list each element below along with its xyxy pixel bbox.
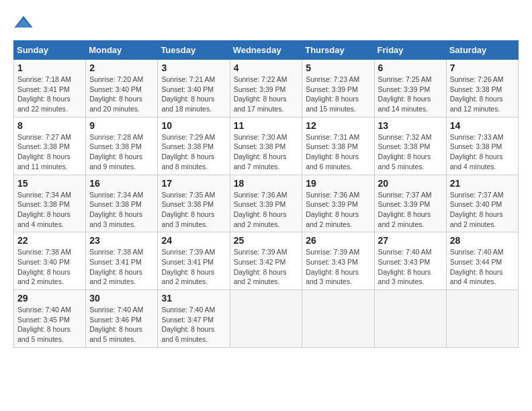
day-number: 27 (378, 235, 443, 246)
day-info: Sunrise: 7:36 AMSunset: 3:39 PMDaylight:… (306, 190, 370, 230)
week-row-2: 8Sunrise: 7:27 AMSunset: 3:38 PMDaylight… (14, 117, 519, 175)
day-cell: 26Sunrise: 7:39 AMSunset: 3:43 PMDayligh… (302, 232, 374, 290)
day-cell: 22Sunrise: 7:38 AMSunset: 3:40 PMDayligh… (14, 232, 86, 290)
day-number: 4 (234, 62, 299, 73)
day-info: Sunrise: 7:34 AMSunset: 3:38 PMDaylight:… (17, 190, 82, 230)
day-cell: 24Sunrise: 7:39 AMSunset: 3:41 PMDayligh… (158, 232, 230, 290)
day-number: 19 (306, 178, 370, 189)
day-info: Sunrise: 7:37 AMSunset: 3:39 PMDaylight:… (378, 190, 443, 230)
day-info: Sunrise: 7:38 AMSunset: 3:41 PMDaylight:… (89, 247, 154, 287)
day-number: 26 (306, 235, 370, 246)
day-info: Sunrise: 7:31 AMSunset: 3:38 PMDaylight:… (306, 132, 370, 172)
day-header-monday: Monday (86, 41, 158, 60)
day-cell: 6Sunrise: 7:25 AMSunset: 3:39 PMDaylight… (374, 60, 446, 118)
day-header-tuesday: Tuesday (158, 41, 230, 60)
day-info: Sunrise: 7:34 AMSunset: 3:38 PMDaylight:… (89, 190, 154, 230)
day-cell: 25Sunrise: 7:39 AMSunset: 3:42 PMDayligh… (230, 232, 302, 290)
day-info: Sunrise: 7:39 AMSunset: 3:41 PMDaylight:… (161, 247, 226, 287)
calendar-table: SundayMondayTuesdayWednesdayThursdayFrid… (13, 40, 519, 348)
day-number: 14 (450, 120, 515, 131)
day-header-wednesday: Wednesday (230, 41, 302, 60)
week-row-4: 22Sunrise: 7:38 AMSunset: 3:40 PMDayligh… (14, 232, 519, 290)
logo-icon (13, 13, 34, 34)
day-info: Sunrise: 7:36 AMSunset: 3:39 PMDaylight:… (234, 190, 299, 230)
day-header-thursday: Thursday (302, 41, 374, 60)
day-info: Sunrise: 7:33 AMSunset: 3:38 PMDaylight:… (450, 132, 515, 172)
day-info: Sunrise: 7:40 AMSunset: 3:44 PMDaylight:… (450, 247, 515, 287)
day-info: Sunrise: 7:20 AMSunset: 3:40 PMDaylight:… (89, 75, 154, 114)
day-cell: 4Sunrise: 7:22 AMSunset: 3:39 PMDaylight… (230, 60, 302, 118)
day-number: 22 (17, 235, 82, 246)
day-cell (446, 290, 518, 348)
week-row-5: 29Sunrise: 7:40 AMSunset: 3:45 PMDayligh… (14, 290, 519, 348)
day-number: 15 (17, 178, 82, 189)
day-info: Sunrise: 7:29 AMSunset: 3:38 PMDaylight:… (161, 132, 226, 172)
day-info: Sunrise: 7:23 AMSunset: 3:39 PMDaylight:… (306, 75, 370, 114)
day-number: 9 (89, 120, 154, 131)
day-info: Sunrise: 7:30 AMSunset: 3:38 PMDaylight:… (234, 132, 299, 172)
day-number: 11 (234, 120, 299, 131)
day-info: Sunrise: 7:38 AMSunset: 3:40 PMDaylight:… (17, 247, 82, 287)
day-info: Sunrise: 7:37 AMSunset: 3:40 PMDaylight:… (450, 190, 515, 230)
day-header-friday: Friday (374, 41, 446, 60)
day-header-saturday: Saturday (446, 41, 518, 60)
logo (13, 13, 36, 34)
day-number: 5 (306, 62, 370, 73)
day-number: 24 (161, 235, 226, 246)
day-cell: 12Sunrise: 7:31 AMSunset: 3:38 PMDayligh… (302, 117, 374, 175)
calendar-body: 1Sunrise: 7:18 AMSunset: 3:41 PMDaylight… (14, 60, 519, 348)
day-cell: 5Sunrise: 7:23 AMSunset: 3:39 PMDaylight… (302, 60, 374, 118)
day-cell: 8Sunrise: 7:27 AMSunset: 3:38 PMDaylight… (14, 117, 86, 175)
day-number: 1 (17, 62, 82, 73)
day-info: Sunrise: 7:27 AMSunset: 3:38 PMDaylight:… (17, 132, 82, 172)
day-cell: 27Sunrise: 7:40 AMSunset: 3:43 PMDayligh… (374, 232, 446, 290)
day-info: Sunrise: 7:40 AMSunset: 3:47 PMDaylight:… (161, 305, 226, 345)
day-cell: 2Sunrise: 7:20 AMSunset: 3:40 PMDaylight… (86, 60, 158, 118)
day-info: Sunrise: 7:39 AMSunset: 3:42 PMDaylight:… (234, 247, 299, 287)
calendar-header: SundayMondayTuesdayWednesdayThursdayFrid… (14, 41, 519, 60)
day-number: 3 (161, 62, 226, 73)
day-cell: 20Sunrise: 7:37 AMSunset: 3:39 PMDayligh… (374, 175, 446, 232)
day-number: 29 (17, 293, 82, 304)
page-header (13, 13, 519, 34)
day-cell: 11Sunrise: 7:30 AMSunset: 3:38 PMDayligh… (230, 117, 302, 175)
day-cell: 16Sunrise: 7:34 AMSunset: 3:38 PMDayligh… (86, 175, 158, 232)
day-number: 13 (378, 120, 443, 131)
day-number: 8 (17, 120, 82, 131)
day-info: Sunrise: 7:22 AMSunset: 3:39 PMDaylight:… (234, 75, 299, 114)
day-info: Sunrise: 7:40 AMSunset: 3:45 PMDaylight:… (17, 305, 82, 345)
day-cell (374, 290, 446, 348)
day-number: 28 (450, 235, 515, 246)
week-row-1: 1Sunrise: 7:18 AMSunset: 3:41 PMDaylight… (14, 60, 519, 118)
day-cell: 19Sunrise: 7:36 AMSunset: 3:39 PMDayligh… (302, 175, 374, 232)
day-cell: 21Sunrise: 7:37 AMSunset: 3:40 PMDayligh… (446, 175, 518, 232)
day-number: 20 (378, 178, 443, 189)
day-cell: 13Sunrise: 7:32 AMSunset: 3:38 PMDayligh… (374, 117, 446, 175)
day-number: 6 (378, 62, 443, 73)
day-number: 30 (89, 293, 154, 304)
day-info: Sunrise: 7:28 AMSunset: 3:38 PMDaylight:… (89, 132, 154, 172)
day-number: 12 (306, 120, 370, 131)
day-cell: 3Sunrise: 7:21 AMSunset: 3:40 PMDaylight… (158, 60, 230, 118)
day-cell: 23Sunrise: 7:38 AMSunset: 3:41 PMDayligh… (86, 232, 158, 290)
day-number: 18 (234, 178, 299, 189)
header-row: SundayMondayTuesdayWednesdayThursdayFrid… (14, 41, 519, 60)
day-cell: 29Sunrise: 7:40 AMSunset: 3:45 PMDayligh… (14, 290, 86, 348)
day-cell: 28Sunrise: 7:40 AMSunset: 3:44 PMDayligh… (446, 232, 518, 290)
day-info: Sunrise: 7:25 AMSunset: 3:39 PMDaylight:… (378, 75, 443, 114)
day-info: Sunrise: 7:32 AMSunset: 3:38 PMDaylight:… (378, 132, 443, 172)
day-info: Sunrise: 7:18 AMSunset: 3:41 PMDaylight:… (17, 75, 82, 114)
day-cell: 31Sunrise: 7:40 AMSunset: 3:47 PMDayligh… (158, 290, 230, 348)
day-number: 7 (450, 62, 515, 73)
day-number: 16 (89, 178, 154, 189)
day-cell: 30Sunrise: 7:40 AMSunset: 3:46 PMDayligh… (86, 290, 158, 348)
day-cell: 14Sunrise: 7:33 AMSunset: 3:38 PMDayligh… (446, 117, 518, 175)
day-number: 17 (161, 178, 226, 189)
day-number: 23 (89, 235, 154, 246)
day-cell: 7Sunrise: 7:26 AMSunset: 3:38 PMDaylight… (446, 60, 518, 118)
day-info: Sunrise: 7:35 AMSunset: 3:38 PMDaylight:… (161, 190, 226, 230)
day-cell: 17Sunrise: 7:35 AMSunset: 3:38 PMDayligh… (158, 175, 230, 232)
day-number: 2 (89, 62, 154, 73)
day-number: 10 (161, 120, 226, 131)
day-cell (230, 290, 302, 348)
